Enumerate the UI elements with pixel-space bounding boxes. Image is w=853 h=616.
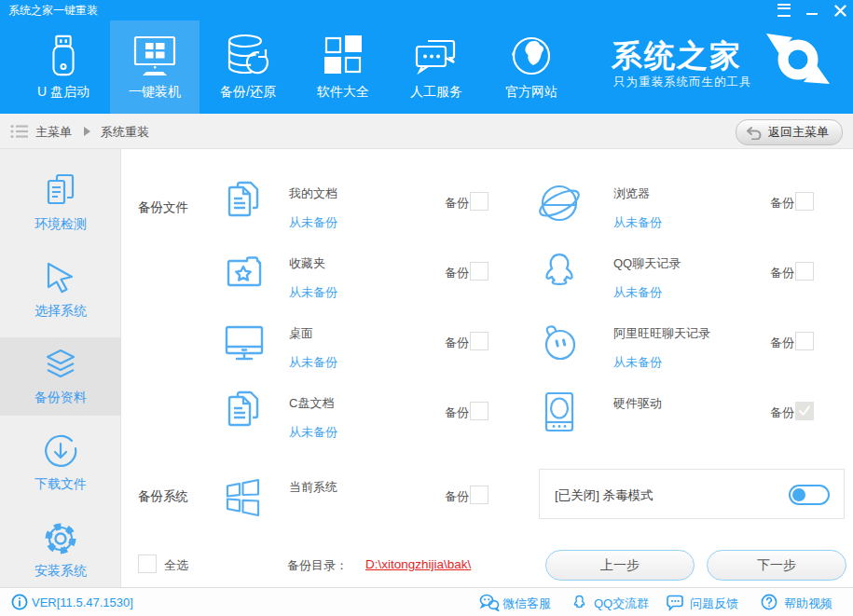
antivirus-mode-box: [已关闭] 杀毒模式: [539, 469, 845, 519]
backup-checkbox-browser[interactable]: [795, 192, 814, 211]
item-status[interactable]: 从未备份: [613, 284, 662, 301]
backup-system-section-label: 备份系统: [138, 488, 188, 505]
documents-icon: [220, 179, 268, 227]
footer-link-help-video[interactable]: 帮助视频: [784, 595, 832, 612]
backup-files-section-label: 备份文件: [138, 199, 188, 216]
cursor-icon: [0, 256, 121, 301]
backup-checkbox-wangwang[interactable]: [795, 332, 814, 350]
breadcrumb: 主菜单 系统重装 返回主菜单: [0, 114, 853, 149]
wangwang-icon: [535, 319, 584, 367]
sidebar-item-download-files[interactable]: 下载文件: [0, 424, 121, 502]
item-title: 阿里旺旺聊天记录: [613, 325, 710, 342]
item-status[interactable]: 从未备份: [289, 354, 337, 371]
footer-link-feedback[interactable]: 问题反馈: [690, 595, 738, 612]
feedback-bubble-icon: [666, 595, 684, 611]
app-window: 系统之家一键重装 U 盘启动: [0, 0, 853, 616]
item-title: QQ聊天记录: [613, 255, 681, 272]
back-to-main-menu-button[interactable]: 返回主菜单: [736, 119, 843, 145]
sidebar-item-backup-data[interactable]: 备份资料: [0, 337, 121, 416]
prev-step-button[interactable]: 上一步: [545, 550, 695, 581]
info-icon: [11, 594, 28, 610]
help-icon: [761, 594, 777, 610]
layers-icon: [0, 343, 121, 388]
backup-dir-link[interactable]: D:\xitongzhijia\bak\: [365, 557, 471, 571]
globe-icon: [487, 30, 576, 82]
tab-usb-boot[interactable]: U 盘启动: [19, 21, 108, 114]
item-title: C盘文档: [289, 395, 334, 412]
minimize-icon[interactable]: [805, 3, 819, 18]
titlebar: 系统之家一键重装: [0, 0, 853, 21]
version-text: VER[11.5.47.1530]: [32, 595, 133, 609]
tab-label: 人工服务: [392, 84, 481, 101]
backup-checkbox-qq-history[interactable]: [795, 262, 814, 281]
usb-icon: [19, 30, 108, 82]
tab-one-click-install[interactable]: 一键装机: [110, 21, 199, 114]
qq-icon: [571, 594, 588, 612]
tab-label: 一键装机: [110, 84, 199, 101]
tab-backup-restore[interactable]: 备份/还原: [203, 21, 293, 114]
select-all-label: 全选: [164, 557, 188, 574]
backup-checkbox-hardware-drivers[interactable]: [795, 402, 814, 420]
sidebar-item-label: 环境检测: [0, 216, 121, 233]
tab-label: 备份/还原: [203, 84, 293, 101]
chevron-right-icon: [84, 127, 91, 136]
item-title: 硬件驱动: [613, 395, 662, 412]
item-status[interactable]: 从未备份: [289, 424, 337, 441]
tab-official-website[interactable]: 官方网站: [487, 21, 576, 114]
browser-ie-icon: [535, 179, 584, 227]
download-icon: [0, 430, 121, 474]
software-squares-icon: [298, 30, 388, 82]
qq-penguin-icon: [535, 249, 584, 297]
item-title: 我的文档: [289, 185, 337, 202]
breadcrumb-root[interactable]: 主菜单: [35, 124, 72, 141]
close-icon[interactable]: [832, 3, 847, 18]
item-title: 当前系统: [289, 479, 337, 496]
sidebar-item-select-system[interactable]: 选择系统: [0, 251, 121, 329]
windows-logo-icon: [220, 472, 268, 521]
backup-label: 备份: [445, 265, 469, 281]
item-title: 浏览器: [613, 185, 650, 202]
footer: VER[11.5.47.1530] 微信客服 QQ交流群 问题反馈: [0, 587, 853, 616]
select-all-checkbox[interactable]: [138, 554, 157, 573]
tab-label: U 盘启动: [19, 84, 108, 101]
back-button-label: 返回主菜单: [768, 124, 829, 141]
sidebar-item-install-system[interactable]: 安装系统: [0, 511, 121, 589]
database-restore-icon: [203, 30, 293, 82]
sidebar-item-label: 安装系统: [0, 563, 121, 580]
sidebar-item-label: 选择系统: [0, 303, 121, 320]
tab-software-collection[interactable]: 软件大全: [298, 21, 388, 114]
tab-label: 软件大全: [298, 84, 388, 101]
sidebar-item-environment-check[interactable]: 环境检测: [0, 164, 121, 242]
documents-copy-icon: [0, 170, 121, 214]
footer-link-qq-group[interactable]: QQ交流群: [594, 595, 649, 612]
backup-label: 备份: [445, 488, 469, 505]
backup-label: 备份: [770, 195, 794, 212]
backup-checkbox-favorites[interactable]: [470, 262, 488, 281]
sidebar-item-label: 下载文件: [0, 476, 121, 493]
backup-checkbox-c-drive[interactable]: [470, 402, 488, 420]
item-status[interactable]: 从未备份: [613, 354, 662, 371]
next-step-button[interactable]: 下一步: [707, 550, 846, 581]
footer-link-wechat-service[interactable]: 微信客服: [502, 595, 551, 612]
backup-checkbox-current-system[interactable]: [470, 486, 488, 504]
item-status[interactable]: 从未备份: [613, 214, 662, 231]
window-title: 系统之家一键重装: [8, 3, 98, 19]
back-arrow-icon: [746, 125, 763, 140]
item-status[interactable]: 从未备份: [289, 284, 337, 301]
tab-label: 官方网站: [487, 84, 576, 101]
favorites-folder-icon: [220, 249, 268, 297]
item-status[interactable]: 从未备份: [289, 214, 337, 231]
monitor-windows-icon: [110, 30, 199, 82]
desktop-monitor-icon: [220, 319, 268, 367]
c-drive-docs-icon: [220, 389, 268, 437]
menu-icon[interactable]: [777, 3, 791, 18]
header: 系统之家一键重装 U 盘启动: [0, 0, 853, 114]
backup-checkbox-my-documents[interactable]: [470, 192, 488, 211]
gear-icon: [0, 516, 121, 561]
logo-title: 系统之家: [612, 35, 742, 77]
logo-swoosh-icon: [751, 26, 845, 91]
tab-human-service[interactable]: 人工服务: [392, 21, 481, 114]
backup-checkbox-desktop[interactable]: [470, 332, 488, 350]
antivirus-toggle[interactable]: [789, 485, 830, 505]
backup-label: 备份: [445, 195, 469, 212]
